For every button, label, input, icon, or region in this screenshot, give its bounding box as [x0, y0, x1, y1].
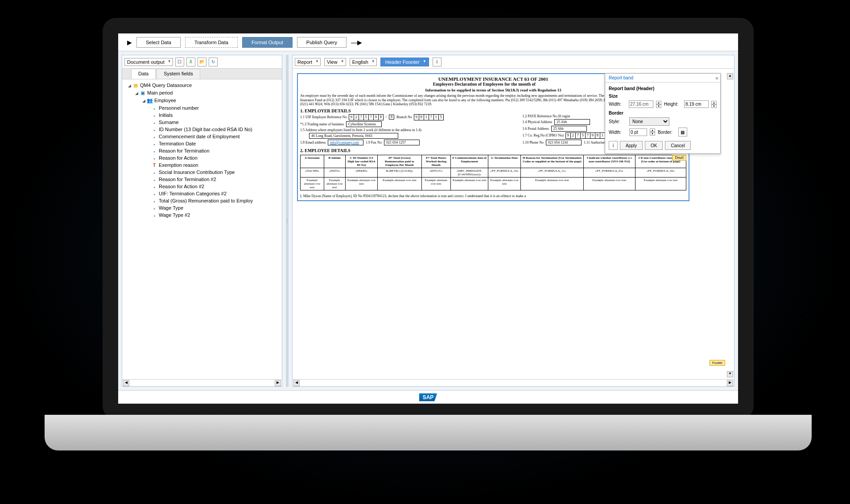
tree-period[interactable]: ◢▣Main period [124, 89, 280, 97]
hscroll-right-icon[interactable]: ▶ [275, 380, 281, 386]
tree-field[interactable]: ●Reason for Action #2 [124, 183, 280, 190]
info-icon[interactable]: i [433, 58, 442, 66]
excel-icon[interactable]: X [186, 58, 195, 66]
addr-14[interactable]: 25 Abb [554, 119, 590, 125]
hscroll-right-icon[interactable]: ▶ [727, 380, 733, 386]
th-a: A Surname [301, 155, 324, 168]
th-c: C ID Number (13 Digit bar-coded RSA ID N… [345, 155, 377, 168]
tree-field[interactable]: ●Wage Type [124, 204, 280, 211]
left-toolbar: Document output ☐ X 📂 ↻ [122, 55, 282, 69]
wizard-step-transform[interactable]: Transform Data [185, 37, 238, 48]
th-i: I Indicate whether contributor o r non-c… [583, 155, 635, 168]
left-hscroll[interactable]: ◀ ▶ [122, 379, 282, 386]
tree-field[interactable]: ●Termination Date [124, 140, 280, 147]
tree-field[interactable]: ●Personnel number [124, 104, 280, 112]
tree-root[interactable]: ◢▦QM4 Query Datasource [124, 82, 280, 89]
wizard-step-publish[interactable]: Publish Query [297, 37, 347, 48]
height-input[interactable] [684, 100, 709, 108]
bwidth-label: Width: [609, 130, 627, 135]
tab-system-fields[interactable]: System fields [157, 69, 200, 79]
uif-ref-boxes[interactable]: 9275798 [349, 114, 384, 120]
output-type-dropdown[interactable]: Document output [124, 58, 173, 66]
border-label: Border: [658, 130, 676, 135]
refresh-icon[interactable]: ↻ [209, 58, 218, 66]
apply-button[interactable]: Apply [620, 141, 643, 150]
addr-16[interactable]: 25 Abb [551, 126, 587, 132]
report-band-panel: × Report band Report band (Header) Size … [605, 73, 721, 154]
props-header: Report band (Header) [609, 86, 717, 91]
tab-data[interactable]: Data [131, 69, 156, 79]
label-110: 1.10 Phone No [522, 140, 544, 145]
trading-name[interactable]: Cyberdine Systems [346, 121, 382, 127]
cancel-button[interactable]: Cancel [665, 141, 690, 150]
open-icon[interactable]: 📂 [198, 58, 206, 66]
report-subtitle: Employers Declaration of Employees for t… [433, 82, 536, 87]
width-label: Width: [609, 102, 626, 107]
wizard-bar: ▶ Select Data Transform Data Format Outp… [118, 33, 738, 51]
tree-field[interactable]: ●Initials [124, 112, 280, 119]
new-sheet-icon[interactable]: ☐ [175, 58, 184, 66]
label-14: 1.4 Physical Address [522, 120, 552, 124]
tree-field[interactable]: ●Reason for Action [124, 154, 280, 161]
ok-button[interactable]: OK [645, 141, 663, 150]
splitter[interactable]: ⋮ [286, 55, 289, 387]
header-footer-button[interactable]: Header Foooter [380, 58, 429, 66]
vscroll-up-icon[interactable]: ▲ [727, 73, 733, 79]
label-16: 1.6 Postal Address [522, 127, 549, 131]
width-spinner[interactable]: ▲▼ [656, 101, 661, 108]
tree-field[interactable]: ●Reason for Termination [124, 147, 280, 154]
tree-field[interactable]: ●Surname [124, 119, 280, 126]
width-input [629, 100, 653, 108]
bwidth-input[interactable] [629, 128, 647, 136]
label-17: 1.7 Co. Reg.No (CIPRO No) [522, 133, 564, 137]
label-branch: Branch No [396, 115, 412, 119]
sap-logo: SAP [419, 393, 437, 401]
height-spinner[interactable]: ▲▼ [711, 101, 717, 108]
label-15: 1.5 Address where employees listed in It… [300, 128, 421, 132]
wizard-step-format[interactable]: Format Output [242, 37, 293, 48]
label-18: 1.8 Email address [300, 140, 326, 145]
field-tree[interactable]: ◢▦QM4 Query Datasource ◢▣Main period ◢👥E… [122, 79, 282, 379]
tree-field[interactable]: ●Social Insurance Contribution Type [124, 169, 280, 176]
fax-field[interactable]: 021 654 1257 [384, 140, 420, 145]
view-dropdown[interactable]: View [324, 58, 346, 66]
table-row[interactable]: Example alternate row textExample altern… [301, 177, 686, 190]
props-tab[interactable]: Report band [605, 74, 720, 83]
tree-field[interactable]: ●UIF: Termination Categories #2 [124, 190, 280, 197]
label-13: *1.3 Trading name of business [300, 122, 344, 126]
props-info-icon[interactable]: i [609, 141, 618, 150]
hscroll-left-icon[interactable]: ◀ [293, 380, 300, 386]
email-field[interactable]: info@company.com [328, 140, 363, 145]
border-picker-icon[interactable]: ▦ [678, 128, 687, 136]
bwidth-spinner[interactable]: ▲▼ [650, 128, 655, 136]
footer-badge: Footer [710, 360, 725, 366]
style-label: Style: [609, 119, 627, 124]
table-row[interactable]: «NACHN»«INITS»«PERID»R«BETRG-[U:0.00]»«D… [301, 168, 686, 177]
hscroll-left-icon[interactable]: ◀ [123, 380, 129, 386]
tree-field[interactable]: ●Commencement date of Employment [124, 133, 280, 140]
declaration-text: I, Mike Dyson (Name of Employer), ID No … [300, 194, 686, 198]
tree-field[interactable]: ●Wage Type #2 [124, 211, 280, 219]
report-dropdown[interactable]: Report [295, 58, 321, 66]
addr-15[interactable]: 46 Long Road, Garsfontein, Pretoria, 004… [309, 133, 398, 139]
branch-boxes[interactable]: 981715 [414, 114, 444, 120]
lang-dropdown[interactable]: English [350, 58, 377, 66]
tree-field[interactable]: TExemption reason [124, 161, 280, 169]
phone-field[interactable]: 021 654 1234 [546, 140, 582, 145]
tree-field[interactable]: ●Reason for Termination #2 [124, 176, 280, 183]
tree-field[interactable]: ●Total (Gross) Remuneration paid to Empl… [124, 197, 280, 204]
close-icon[interactable]: × [715, 75, 718, 82]
right-vscroll[interactable]: ▲ ▼ [727, 73, 733, 377]
props-border-label: Border [609, 111, 717, 116]
vscroll-down-icon[interactable]: ▼ [727, 371, 733, 377]
right-toolbar: Report View English Header Foooter i [293, 55, 734, 69]
tree-employee[interactable]: ◢👥Employee [124, 97, 280, 104]
style-select[interactable]: None [629, 117, 669, 126]
tree-field[interactable]: ●ID Number (13 Digit bar-coded RSA ID No… [124, 126, 280, 133]
th-e: E* Total Hours Worked during Month [421, 155, 451, 168]
th-g: G Termination Date [488, 155, 521, 168]
wizard-step-select[interactable]: Select Data [136, 37, 181, 48]
right-hscroll[interactable]: ◀ ▶ [293, 379, 734, 386]
tree-tabs: Data System fields [122, 69, 282, 79]
employee-table: A Surname B Initials C ID Number (13 Dig… [300, 155, 686, 190]
